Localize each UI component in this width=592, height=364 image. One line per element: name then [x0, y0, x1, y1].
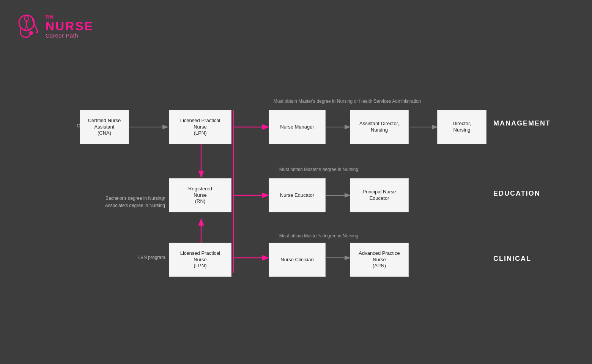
section-clinical: CLINICAL: [493, 255, 577, 263]
node-lpn-bottom: Licensed Practical Nurse (LPN): [169, 243, 231, 277]
bachelors-label: Bachelor's degree in Nursing/Associate's…: [55, 188, 165, 210]
node-apn: Advanced Practice Nurse (APN): [350, 243, 409, 277]
node-asst-director: Assistant Director, Nursing: [350, 110, 409, 144]
logo-nurse: NURSE: [46, 20, 94, 33]
header: RN NURSE Career Path: [11, 11, 94, 42]
svg-point-1: [29, 31, 33, 35]
svg-marker-3: [36, 31, 39, 33]
node-director: Director, Nursing: [437, 110, 487, 144]
logo-rn: RN: [46, 14, 94, 20]
node-nurse-educator: Nurse Educator: [269, 178, 326, 212]
note-clinical: Must obtain Master's degree in Nursing: [243, 233, 395, 238]
svg-line-7: [24, 26, 27, 30]
lvn-program-label: LVN program: [89, 255, 165, 260]
svg-line-8: [27, 26, 29, 30]
node-cna: Certified Nurse Assistant (CNA): [80, 110, 129, 144]
note-management: Must obtain Master's degree in Nursing o…: [243, 99, 452, 104]
logo-icon: [11, 11, 42, 42]
node-principal-educator: Principal Nurse Educator: [350, 178, 409, 212]
node-nurse-clinician: Nurse Clinician: [269, 243, 326, 277]
node-rn: Registered Nurse (RN): [169, 178, 231, 212]
logo-career: Career Path: [46, 33, 94, 39]
svg-point-4: [24, 16, 29, 20]
section-education: EDUCATION: [493, 190, 577, 198]
node-lpn-top: Licensed Practical Nurse (LPN): [169, 110, 231, 144]
node-nurse-manager: Nurse Manager: [269, 110, 326, 144]
note-education: Must obtain Master's degree in Nursing: [243, 167, 395, 172]
section-management: MANAGEMENT: [493, 119, 577, 127]
diagram: CNA program Certified Nurse Assistant (C…: [23, 68, 577, 288]
logo-text: RN NURSE Career Path: [46, 14, 94, 39]
